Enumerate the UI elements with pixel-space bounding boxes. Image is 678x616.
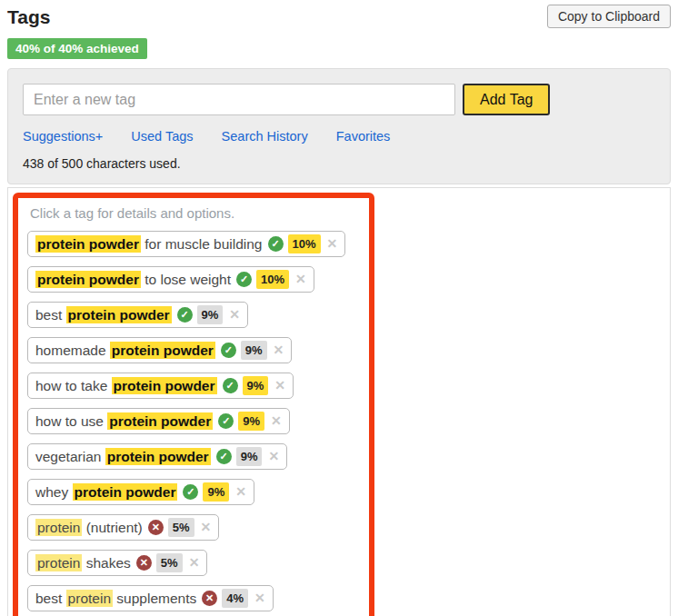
tag-pill[interactable]: homemade protein powder✓9%✕ <box>27 337 292 363</box>
link-suggestions[interactable]: Suggestions+ <box>23 129 103 144</box>
tag-text-segment: best <box>35 307 66 323</box>
remove-tag-icon[interactable]: ✕ <box>201 519 212 536</box>
tag-row: best protein powder✓9%✕ <box>27 302 360 328</box>
tag-text: protein powder to lose weight <box>35 271 231 288</box>
remove-tag-icon[interactable]: ✕ <box>271 412 282 430</box>
check-icon: ✓ <box>218 413 234 429</box>
highlighted-keyword: protein <box>66 590 113 607</box>
tag-pill[interactable]: best protein supplements✕4%✕ <box>27 585 274 611</box>
tag-pill[interactable]: how to use protein powder✓9%✕ <box>27 408 290 434</box>
tag-text: how to use protein powder <box>35 412 213 430</box>
tag-text-segment: homemade <box>35 343 110 358</box>
tag-row: protein (nutrient)✕5%✕ <box>27 514 360 541</box>
remove-tag-icon[interactable]: ✕ <box>295 271 306 288</box>
tag-pill[interactable]: protein powder to lose weight✓10%✕ <box>27 266 314 293</box>
cross-icon: ✕ <box>136 555 152 571</box>
percent-badge: 4% <box>222 589 248 608</box>
highlighted-keyword: protein powder <box>35 271 141 288</box>
tags-content-area: Click a tag for details and options. pro… <box>7 187 671 616</box>
tag-row: whey protein powder✓9%✕ <box>27 479 360 505</box>
highlighted-keyword: protein powder <box>110 342 215 359</box>
tag-pill[interactable]: protein shakes✕5%✕ <box>27 550 207 576</box>
tag-pill[interactable]: vegetarian protein powder✓9%✕ <box>27 443 287 470</box>
tag-text: best protein powder <box>35 306 172 323</box>
tag-form-panel: Add Tag Suggestions+ Used Tags Search Hi… <box>7 68 671 184</box>
remove-tag-icon[interactable]: ✕ <box>189 554 200 571</box>
percent-badge: 10% <box>288 234 321 253</box>
page-header: Tags Copy to Clipboard <box>7 5 671 31</box>
check-icon: ✓ <box>236 272 252 287</box>
check-icon: ✓ <box>268 236 284 252</box>
link-used-tags[interactable]: Used Tags <box>131 129 193 144</box>
remove-tag-icon[interactable]: ✕ <box>254 590 265 607</box>
tag-row: how to take protein powder✓9%✕ <box>27 373 360 399</box>
remove-tag-icon[interactable]: ✕ <box>235 483 246 501</box>
tag-pill[interactable]: protein powder for muscle building✓10%✕ <box>27 231 345 257</box>
tag-text-segment: for muscle building <box>141 236 263 252</box>
remove-tag-icon[interactable]: ✕ <box>274 377 285 394</box>
percent-badge: 9% <box>243 376 269 395</box>
tag-text-segment: how to take <box>35 378 112 393</box>
highlighted-keyword: protein powder <box>107 412 213 430</box>
highlighted-keyword: protein <box>35 554 82 571</box>
percent-badge: 9% <box>241 341 267 360</box>
check-icon: ✓ <box>223 378 238 393</box>
tag-list-highlight-region: Click a tag for details and options. pro… <box>13 193 374 616</box>
percent-badge: 9% <box>197 305 224 324</box>
tag-text: homemade protein powder <box>35 342 215 359</box>
percent-badge: 9% <box>236 447 263 466</box>
tag-text-segment: best <box>35 591 66 606</box>
remove-tag-icon[interactable]: ✕ <box>268 448 279 465</box>
tag-row: protein powder to lose weight✓10%✕ <box>27 266 360 293</box>
copy-to-clipboard-button[interactable]: Copy to Clipboard <box>547 5 671 28</box>
percent-badge: 5% <box>168 518 194 537</box>
link-search-history[interactable]: Search History <box>222 129 308 144</box>
tag-list: protein powder for muscle building✓10%✕p… <box>27 231 360 616</box>
tag-pill[interactable]: protein (nutrient)✕5%✕ <box>27 514 219 541</box>
tag-text-segment: supplements <box>113 591 196 606</box>
check-icon: ✓ <box>216 449 232 464</box>
achievement-badge: 40% of 40% achieved <box>7 38 147 59</box>
tag-pill[interactable]: how to take protein powder✓9%✕ <box>27 373 294 399</box>
percent-badge: 10% <box>256 270 289 289</box>
tag-text-segment: (nutrient) <box>82 520 142 535</box>
tag-text: protein shakes <box>35 554 131 571</box>
percent-badge: 9% <box>238 412 264 431</box>
tag-row: homemade protein powder✓9%✕ <box>27 337 360 363</box>
tag-pill[interactable]: whey protein powder✓9%✕ <box>27 479 254 505</box>
highlighted-keyword: protein powder <box>35 235 141 253</box>
tag-list-hint: Click a tag for details and options. <box>30 205 360 221</box>
tag-text-segment: shakes <box>82 555 130 571</box>
tag-tool-links: Suggestions+ Used Tags Search History Fa… <box>23 129 652 144</box>
highlighted-keyword: protein powder <box>105 448 211 465</box>
link-favorites[interactable]: Favorites <box>336 129 391 144</box>
tag-text-segment: how to use <box>35 413 107 429</box>
highlighted-keyword: protein powder <box>112 377 217 394</box>
percent-badge: 5% <box>156 553 183 572</box>
remove-tag-icon[interactable]: ✕ <box>327 235 338 253</box>
tag-text-segment: whey <box>35 484 73 500</box>
percent-badge: 9% <box>203 482 229 502</box>
tag-row: best protein supplements✕4%✕ <box>27 585 360 611</box>
character-count: 438 of 500 characters used. <box>23 156 652 171</box>
tag-text: best protein supplements <box>35 590 196 607</box>
tag-text: vegetarian protein powder <box>35 448 211 465</box>
tag-row: how to use protein powder✓9%✕ <box>27 408 360 434</box>
add-tag-button[interactable]: Add Tag <box>463 84 550 115</box>
new-tag-input[interactable] <box>23 84 455 115</box>
remove-tag-icon[interactable]: ✕ <box>229 306 240 323</box>
tag-row: protein shakes✕5%✕ <box>27 550 360 576</box>
tag-text-segment: vegetarian <box>35 449 105 464</box>
tag-text: how to take protein powder <box>35 377 217 394</box>
highlighted-keyword: protein <box>35 519 82 536</box>
tag-pill[interactable]: best protein powder✓9%✕ <box>27 302 248 328</box>
remove-tag-icon[interactable]: ✕ <box>274 342 284 359</box>
check-icon: ✓ <box>177 307 193 323</box>
tag-text: protein (nutrient) <box>35 519 143 536</box>
cross-icon: ✕ <box>148 520 164 535</box>
highlighted-keyword: protein powder <box>66 306 172 323</box>
tag-row: protein powder for muscle building✓10%✕ <box>27 231 360 257</box>
tag-input-row: Add Tag <box>23 84 652 115</box>
tag-text-segment: to lose weight <box>141 272 231 287</box>
highlighted-keyword: protein powder <box>73 483 178 501</box>
